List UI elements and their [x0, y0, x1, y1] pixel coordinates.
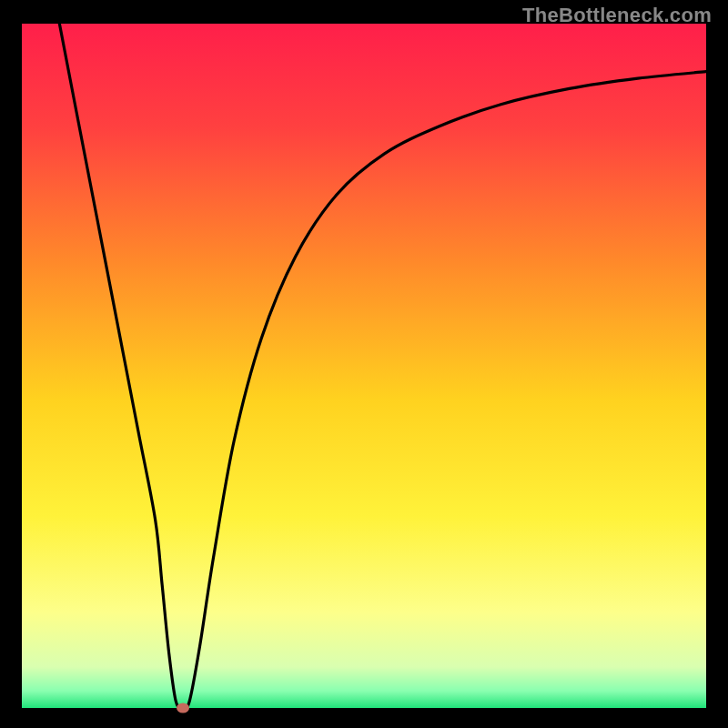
optimal-point-marker — [177, 703, 189, 713]
watermark-label: TheBottleneck.com — [522, 4, 712, 27]
plot-svg — [22, 24, 706, 708]
chart-frame: TheBottleneck.com — [0, 0, 728, 728]
plot-area — [22, 24, 706, 708]
